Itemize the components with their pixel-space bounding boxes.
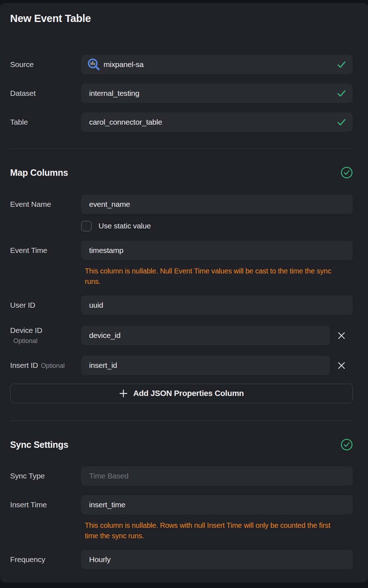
- event-name-label: Event Name: [10, 200, 81, 209]
- new-event-table-form: New Event Table Source mixpanel-sa: [0, 3, 368, 583]
- device-id-optional-tag: Optional: [13, 337, 81, 345]
- dataset-value: internal_testing: [89, 89, 337, 98]
- close-icon: [337, 361, 346, 370]
- frequency-value: Hourly: [89, 555, 346, 564]
- insert-time-field[interactable]: insert_time: [81, 495, 353, 514]
- source-value: mixpanel-sa: [104, 60, 337, 69]
- event-time-nullable-warning: This column is nullable. Null Event Time…: [85, 266, 342, 287]
- sync-settings-header: Sync Settings: [10, 438, 353, 451]
- user-id-label: User ID: [10, 301, 81, 309]
- sync-type-label: Sync Type: [10, 472, 81, 480]
- event-name-value: event_name: [89, 200, 346, 209]
- table-row: Table carol_connector_table: [10, 112, 353, 132]
- mixpanel-source-icon: [87, 57, 101, 72]
- insert-id-row: Insert IDOptional insert_id: [10, 356, 353, 375]
- event-time-value: timestamp: [89, 246, 346, 255]
- insert-time-row: Insert Time insert_time: [10, 495, 353, 514]
- plus-icon: [119, 389, 128, 398]
- table-field[interactable]: carol_connector_table: [81, 112, 353, 132]
- insert-id-value: insert_id: [89, 361, 324, 370]
- add-json-properties-label: Add JSON Properties Column: [133, 389, 244, 398]
- frequency-field[interactable]: Hourly: [81, 550, 353, 569]
- use-static-value-label: Use static value: [98, 222, 151, 230]
- source-label: Source: [10, 60, 81, 69]
- source-row: Source mixpanel-sa: [10, 55, 353, 74]
- insert-id-optional-tag: Optional: [41, 362, 65, 369]
- insert-id-label: Insert ID: [10, 361, 38, 369]
- insert-time-nullable-warning: This column is nullable. Rows with null …: [85, 520, 342, 541]
- dataset-valid-check-icon: [337, 89, 346, 97]
- sync-type-value: Time Based: [89, 472, 346, 480]
- table-valid-check-icon: [337, 118, 346, 126]
- event-name-row: Event Name event_name: [10, 195, 353, 214]
- use-static-value-checkbox[interactable]: [81, 221, 92, 231]
- close-icon: [337, 331, 346, 340]
- section-divider: [10, 148, 353, 149]
- source-valid-check-icon: [337, 61, 346, 68]
- use-static-value-row: Use static value: [81, 220, 353, 231]
- source-field[interactable]: mixpanel-sa: [81, 55, 353, 74]
- device-id-remove-button[interactable]: [330, 326, 353, 345]
- section-divider: [10, 420, 353, 421]
- table-label: Table: [10, 118, 81, 126]
- user-id-value: uuid: [89, 301, 346, 309]
- event-time-label: Event Time: [10, 246, 81, 255]
- map-columns-header: Map Columns: [10, 166, 353, 179]
- dataset-row: Dataset internal_testing: [10, 84, 353, 103]
- insert-id-label-group: Insert IDOptional: [10, 361, 81, 370]
- frequency-row: Frequency Hourly: [10, 550, 353, 569]
- device-id-label: Device ID: [10, 326, 81, 335]
- device-id-field[interactable]: device_id: [81, 326, 330, 345]
- insert-id-field[interactable]: insert_id: [81, 356, 330, 375]
- device-id-row: Device ID Optional device_id: [10, 326, 353, 345]
- map-columns-complete-icon: [341, 166, 353, 179]
- event-time-row: Event Time timestamp: [10, 241, 353, 260]
- sync-type-field: Time Based: [81, 466, 353, 486]
- sync-settings-heading: Sync Settings: [10, 440, 68, 450]
- add-json-properties-button[interactable]: Add JSON Properties Column: [10, 384, 353, 403]
- device-id-value: device_id: [89, 331, 324, 340]
- event-time-field[interactable]: timestamp: [81, 241, 353, 260]
- table-value: carol_connector_table: [89, 118, 337, 126]
- sync-settings-complete-icon: [341, 438, 353, 451]
- user-id-field[interactable]: uuid: [81, 295, 353, 315]
- dataset-label: Dataset: [10, 89, 81, 98]
- dataset-field[interactable]: internal_testing: [81, 84, 353, 103]
- map-columns-heading: Map Columns: [10, 168, 68, 178]
- page-title: New Event Table: [10, 13, 353, 24]
- user-id-row: User ID uuid: [10, 295, 353, 315]
- device-id-label-group: Device ID Optional: [10, 326, 81, 345]
- event-name-field[interactable]: event_name: [81, 195, 353, 214]
- frequency-label: Frequency: [10, 555, 81, 564]
- sync-type-row: Sync Type Time Based: [10, 466, 353, 486]
- insert-id-remove-button[interactable]: [330, 356, 353, 375]
- insert-time-value: insert_time: [89, 500, 346, 509]
- insert-time-label: Insert Time: [10, 500, 81, 509]
